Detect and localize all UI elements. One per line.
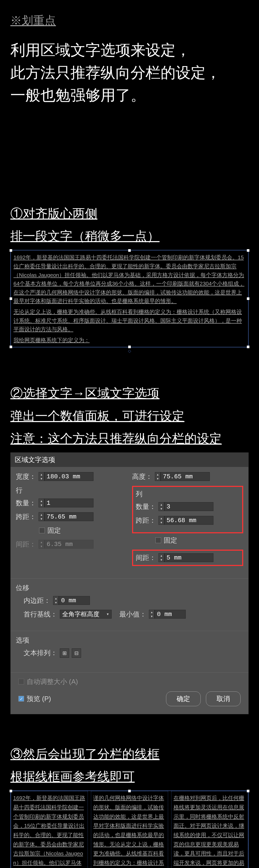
row-span-input[interactable]	[44, 512, 94, 521]
down-arrow-icon[interactable]: ▼	[53, 600, 59, 604]
down-arrow-icon[interactable]: ▼	[39, 476, 44, 480]
ok-button[interactable]: 确定	[166, 691, 201, 706]
section2-title2: 弹出一个数值面板，可进行设定	[10, 407, 249, 425]
text-flow-label: 文本排列：	[24, 648, 57, 657]
col-span-label: 跨距：	[136, 516, 156, 525]
text-flow-horizontal-button[interactable]: ⊞	[60, 648, 69, 658]
down-arrow-icon[interactable]: ▼	[159, 520, 164, 525]
up-arrow-icon[interactable]: ▲	[53, 596, 59, 600]
col-count-label: 数量：	[136, 502, 156, 511]
handle-mid-bottom[interactable]	[128, 346, 131, 348]
row-span-stepper[interactable]: ▲▼	[39, 512, 94, 521]
handle-mid-right[interactable]	[247, 298, 250, 300]
divider	[11, 672, 248, 673]
inset-label: 内边距：	[24, 596, 51, 605]
column-1: 1692年，新登基的法国国王路易十四委托法国科学院创建一个管制印刷的新字体规划委…	[11, 791, 88, 868]
chevron-down-icon: ▼	[106, 612, 109, 616]
up-arrow-icon[interactable]: ▲	[149, 610, 154, 614]
up-arrow-icon[interactable]: ▲	[159, 502, 164, 506]
handle-mid-top[interactable]	[128, 790, 131, 792]
section1-title1: ①对齐版心两侧	[10, 205, 249, 222]
baseline-value: 全角字框高度	[62, 610, 106, 618]
baseline-label: 首行基线：	[24, 610, 57, 619]
paragraph-3: 我给网页栅格系统下的定义为：	[13, 336, 246, 345]
text-flow-vertical-button[interactable]: ⊟	[72, 648, 81, 658]
handle-mid-left[interactable]	[9, 298, 12, 300]
section2-title1: ②选择文字→区域文字选项	[10, 384, 249, 402]
handle-top-right[interactable]	[247, 790, 250, 792]
row-span-label: 跨距：	[16, 512, 36, 521]
down-arrow-icon: ▼	[39, 544, 44, 548]
cancel-button[interactable]: 取消	[206, 691, 240, 706]
down-arrow-icon[interactable]: ▼	[155, 476, 160, 480]
highlight-header: ※划重点	[10, 13, 249, 28]
col-count-input[interactable]	[164, 502, 214, 511]
offset-section-label: 位移	[16, 583, 243, 592]
up-arrow-icon[interactable]: ▲	[159, 554, 164, 558]
up-arrow-icon[interactable]: ▲	[159, 516, 164, 520]
center-indicator: ◇	[10, 348, 249, 353]
min-stepper[interactable]: ▲▼	[149, 610, 186, 619]
min-input[interactable]	[155, 610, 186, 619]
down-arrow-icon[interactable]: ▼	[39, 503, 44, 507]
main-intro: 利用区域文字选项来设定， 此方法只推荐纵向分栏的设定， 一般也勉强够用了。	[10, 39, 249, 106]
preview-label: 预览 (P)	[27, 694, 51, 703]
row-count-input[interactable]	[44, 499, 94, 507]
handle-top-left[interactable]	[9, 790, 12, 792]
section-1: ①对齐版心两侧 排一段文字（稍微多一点） 1692年，新登基的法国国王路易十四委…	[10, 205, 249, 353]
down-arrow-icon[interactable]: ▼	[149, 614, 154, 618]
handle-bottom-left[interactable]	[9, 346, 12, 348]
auto-resize-label: 自动调整大小 (A)	[27, 677, 78, 686]
up-arrow-icon[interactable]: ▲	[155, 472, 160, 476]
height-stepper[interactable]: ▲▼	[155, 472, 210, 481]
row-fixed-label: 固定	[47, 526, 61, 535]
width-input[interactable]	[44, 472, 94, 481]
cols-section-label: 列	[136, 490, 239, 499]
section3-title1: ③然后会出现了分栏的线框	[10, 745, 249, 763]
section2-title3: 注意：这个方法只推荐纵向分栏的设定	[10, 430, 249, 447]
row-gutter-stepper: ▲▼	[39, 540, 94, 549]
baseline-select[interactable]: 全角字框高度 ▼	[60, 610, 111, 619]
down-arrow-icon[interactable]: ▼	[159, 558, 164, 562]
col-gutter-input[interactable]	[164, 553, 214, 562]
up-arrow-icon[interactable]: ▲	[39, 499, 44, 503]
col-span-stepper[interactable]: ▲▼	[159, 516, 214, 525]
preview-checkbox[interactable]: ✓	[19, 696, 24, 702]
row-gutter-input	[44, 540, 94, 549]
inset-input[interactable]	[59, 596, 90, 605]
handle-bottom-right[interactable]	[247, 346, 250, 348]
up-arrow-icon: ▲	[39, 540, 44, 544]
col-fixed-checkbox[interactable]	[155, 537, 161, 543]
col-fixed-label: 固定	[164, 536, 177, 545]
row-count-label: 数量：	[16, 499, 36, 508]
section-3: ③然后会出现了分栏的线框 根据线框画参考线即可 1692年，新登基的法国国王路易…	[10, 745, 249, 868]
up-arrow-icon[interactable]: ▲	[39, 472, 44, 476]
area-type-options-dialog: 区域文字选项 宽度： ▲▼ 行 数量： ▲▼	[10, 453, 249, 714]
auto-resize-checkbox[interactable]	[19, 679, 24, 684]
row-fixed-checkbox[interactable]	[39, 528, 45, 533]
columns-text-frame[interactable]: 1692年，新登基的法国国王路易十四委托法国科学院创建一个管制印刷的新字体规划委…	[10, 790, 249, 868]
up-arrow-icon[interactable]: ▲	[39, 513, 44, 517]
column-3: 在栅格对到网页后，比任何栅格线将更加灵活运用在信息展示里，同时将栅格系统中反射面…	[171, 791, 248, 868]
height-input[interactable]	[161, 472, 210, 481]
down-arrow-icon[interactable]: ▼	[39, 517, 44, 521]
column-2: 谨的几何网格网络中设计字体的形状、版面的编排，试验传达功能的效能，这是世界上最早…	[91, 791, 168, 868]
inset-stepper[interactable]: ▲▼	[53, 596, 90, 605]
handle-top-right[interactable]	[247, 249, 250, 252]
columns-highlight-box: 列 数量： ▲▼ 跨距： ▲▼	[132, 486, 243, 533]
col-gutter-label: 间距：	[136, 553, 156, 562]
width-stepper[interactable]: ▲▼	[39, 472, 94, 481]
handle-top-left[interactable]	[9, 249, 12, 252]
text-frame[interactable]: 1692年，新登基的法国国王路易十四委托法国科学院创建一个管制印刷的新字体规划委…	[10, 250, 249, 347]
handle-mid-top[interactable]	[128, 249, 131, 252]
row-count-stepper[interactable]: ▲▼	[39, 499, 94, 507]
dialog-title: 区域文字选项	[11, 453, 248, 467]
rows-section-label: 行	[16, 486, 127, 495]
col-gutter-stepper[interactable]: ▲▼	[159, 553, 214, 562]
height-label: 高度：	[132, 472, 152, 481]
min-label: 最小值：	[120, 610, 146, 619]
down-arrow-icon[interactable]: ▼	[159, 506, 164, 511]
section3-title2: 根据线框画参考线即可	[10, 768, 249, 785]
col-span-input[interactable]	[164, 516, 214, 525]
col-count-stepper[interactable]: ▲▼	[159, 502, 214, 511]
